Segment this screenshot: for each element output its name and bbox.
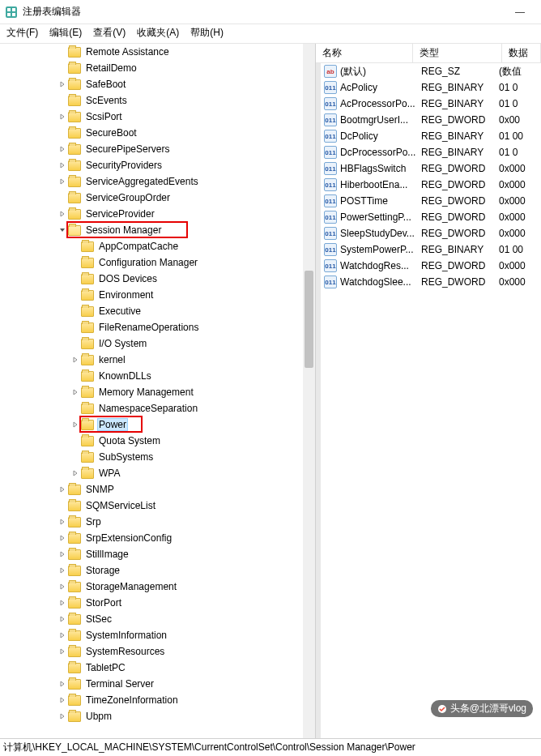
list-row[interactable]: 011POSTTimeREG_DWORD0x000 xyxy=(321,193,541,209)
chevron-right-icon[interactable] xyxy=(57,79,68,90)
chevron-right-icon[interactable] xyxy=(70,354,81,365)
tree-item[interactable]: ScsiPort xyxy=(0,109,314,125)
tree-item[interactable]: Remote Assistance xyxy=(0,44,314,60)
chevron-right-icon[interactable] xyxy=(57,597,68,609)
tree-item[interactable]: SystemInformation xyxy=(0,627,314,643)
col-name[interactable]: 名称 xyxy=(316,44,413,62)
chevron-right-icon[interactable] xyxy=(57,532,68,544)
tree-item[interactable]: SystemResources xyxy=(0,643,314,660)
list-row[interactable]: 011WatchdogSlee...REG_DWORD0x000 xyxy=(321,274,541,290)
minimize-button[interactable]: — xyxy=(504,0,536,24)
chevron-right-icon[interactable] xyxy=(57,630,68,641)
expander-empty xyxy=(70,435,81,446)
chevron-right-icon[interactable] xyxy=(70,468,81,479)
chevron-right-icon[interactable] xyxy=(57,646,68,657)
menu-view[interactable]: 查看(V) xyxy=(93,26,126,40)
chevron-right-icon[interactable] xyxy=(57,176,68,187)
list-row[interactable]: ab(默认)REG_SZ(数值 xyxy=(321,63,541,79)
tree-item[interactable]: Storage xyxy=(0,562,314,579)
tree-scrollbar-thumb[interactable] xyxy=(305,271,313,368)
list-row[interactable]: 011WatchdogRes...REG_DWORD0x000 xyxy=(321,258,541,274)
tree-item[interactable]: KnownDLLs xyxy=(0,368,314,384)
tree-item[interactable]: ServiceGroupOrder xyxy=(0,190,314,206)
tree-item[interactable]: ServiceProvider xyxy=(0,206,314,222)
tree-item[interactable]: TimeZoneInformation xyxy=(0,692,314,708)
list-row[interactable]: 011HiberbootEna...REG_DWORD0x000 xyxy=(321,177,541,193)
chevron-down-icon[interactable] xyxy=(57,224,68,236)
tree-item[interactable]: WPA xyxy=(0,465,314,481)
chevron-right-icon[interactable] xyxy=(70,387,81,398)
tree-item[interactable]: ScEvents xyxy=(0,92,314,109)
chevron-right-icon[interactable] xyxy=(57,208,68,220)
list-row[interactable]: 011AcProcessorPo...REG_BINARY01 0 xyxy=(321,96,541,112)
chevron-right-icon[interactable] xyxy=(70,419,81,430)
tree-item[interactable]: RetailDemo xyxy=(0,60,314,76)
tree-scrollbar[interactable] xyxy=(303,44,315,738)
tree-item-label: SystemResources xyxy=(84,645,166,658)
tree-item[interactable]: DOS Devices xyxy=(0,271,314,287)
chevron-right-icon[interactable] xyxy=(57,516,68,527)
list-row[interactable]: 011AcPolicyREG_BINARY01 0 xyxy=(321,79,541,96)
tree-item[interactable]: kernel xyxy=(0,352,314,368)
tree-item[interactable]: StillImage xyxy=(0,546,314,562)
tree-item[interactable]: TabletPC xyxy=(0,660,314,676)
tree-item[interactable]: SubSystems xyxy=(0,449,314,465)
tree-item[interactable]: Memory Management xyxy=(0,384,314,400)
tree-item[interactable]: Session Manager xyxy=(0,222,314,238)
chevron-right-icon[interactable] xyxy=(57,613,68,625)
tree-item[interactable]: Environment xyxy=(0,287,314,303)
list-row[interactable]: 011DcPolicyREG_BINARY01 00 xyxy=(321,128,541,144)
chevron-right-icon[interactable] xyxy=(57,143,68,155)
tree-item[interactable]: Srp xyxy=(0,514,314,530)
chevron-right-icon[interactable] xyxy=(57,711,68,722)
menu-file[interactable]: 文件(F) xyxy=(6,26,38,40)
tree-item[interactable]: Terminal Server xyxy=(0,676,314,692)
tree-item[interactable]: StSec xyxy=(0,611,314,627)
list-row[interactable]: 011BootmgrUserI...REG_DWORD0x00 xyxy=(321,112,541,128)
chevron-right-icon[interactable] xyxy=(57,160,68,171)
chevron-right-icon[interactable] xyxy=(57,581,68,592)
tree-item[interactable]: Ubpm xyxy=(0,708,314,724)
tree-item[interactable]: StorageManagement xyxy=(0,579,314,595)
tree-item[interactable]: NamespaceSeparation xyxy=(0,400,314,416)
tree-item[interactable]: SafeBoot xyxy=(0,76,314,92)
tree-item[interactable]: Quota System xyxy=(0,433,314,449)
tree-item[interactable]: Executive xyxy=(0,303,314,319)
col-data[interactable]: 数据 xyxy=(502,44,541,62)
tree-item[interactable]: Power xyxy=(0,416,314,433)
menu-help[interactable]: 帮助(H) xyxy=(190,26,224,40)
tree-item[interactable]: ServiceAggregatedEvents xyxy=(0,173,314,190)
tree-item[interactable]: SecureBoot xyxy=(0,125,314,141)
list-row[interactable]: 011SleepStudyDev...REG_DWORD0x000 xyxy=(321,225,541,241)
tree-panel[interactable]: Remote AssistanceRetailDemoSafeBootScEve… xyxy=(0,44,316,738)
tree-item[interactable]: SecurePipeServers xyxy=(0,141,314,157)
folder-icon xyxy=(81,241,94,252)
chevron-right-icon[interactable] xyxy=(57,549,68,560)
list-row[interactable]: 011DcProcessorPo...REG_BINARY01 0 xyxy=(321,144,541,160)
tree-item[interactable]: I/O System xyxy=(0,335,314,352)
tree-item[interactable]: AppCompatCache xyxy=(0,238,314,254)
tree-item[interactable]: SecurityProviders xyxy=(0,157,314,173)
chevron-right-icon[interactable] xyxy=(57,111,68,122)
chevron-right-icon[interactable] xyxy=(57,484,68,495)
value-data: 0x000 xyxy=(499,179,541,190)
chevron-right-icon[interactable] xyxy=(57,694,68,706)
tree-item[interactable]: SrpExtensionConfig xyxy=(0,530,314,546)
menu-favorites[interactable]: 收藏夹(A) xyxy=(137,26,179,40)
list-row[interactable]: 011PowerSettingP...REG_DWORD0x000 xyxy=(321,209,541,225)
tree-item[interactable]: Configuration Manager xyxy=(0,254,314,271)
tree-item[interactable]: SNMP xyxy=(0,481,314,498)
list-row[interactable]: 011SystemPowerP...REG_BINARY01 00 xyxy=(321,241,541,258)
tree-item[interactable]: StorPort xyxy=(0,595,314,611)
chevron-right-icon[interactable] xyxy=(57,678,68,690)
col-type[interactable]: 类型 xyxy=(413,44,502,62)
tree-item[interactable]: FileRenameOperations xyxy=(0,319,314,335)
chevron-right-icon[interactable] xyxy=(57,565,68,576)
value-data: 0x000 xyxy=(499,163,541,174)
folder-icon xyxy=(68,160,81,171)
list-row[interactable]: 011HBFlagsSwitchREG_DWORD0x000 xyxy=(321,160,541,177)
tree-item[interactable]: SQMServiceList xyxy=(0,498,314,514)
list-panel[interactable]: 名称 类型 数据 ab(默认)REG_SZ(数值011AcPolicyREG_B… xyxy=(316,44,541,738)
expander-empty xyxy=(57,662,68,673)
menu-edit[interactable]: 编辑(E) xyxy=(49,26,82,40)
